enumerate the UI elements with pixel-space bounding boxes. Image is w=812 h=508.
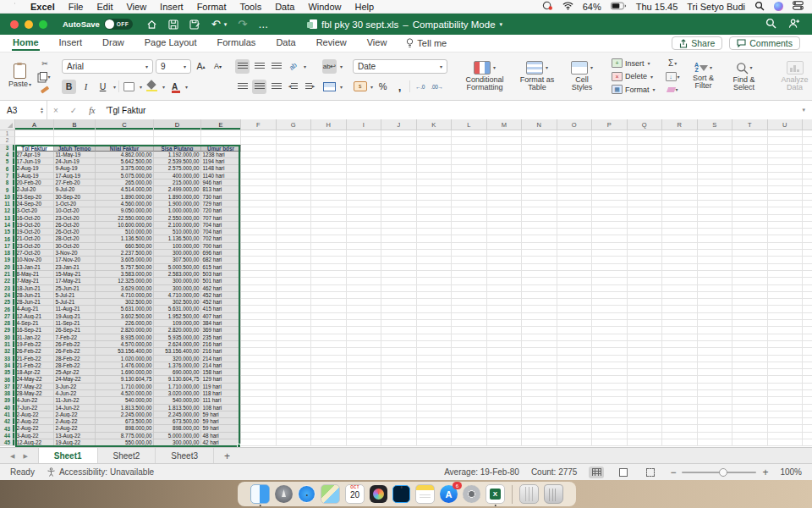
number-format-select[interactable]: Date▾ <box>353 59 447 74</box>
cell-G2[interactable] <box>277 137 312 144</box>
cell-V33[interactable] <box>803 356 812 362</box>
cell-T33[interactable] <box>732 356 768 362</box>
row-header-17[interactable]: 17 <box>0 243 15 250</box>
cell-J17[interactable] <box>381 243 417 250</box>
tab-draw[interactable]: Draw <box>102 36 125 51</box>
cell-I35[interactable] <box>347 369 382 376</box>
cell-Q30[interactable] <box>628 334 663 341</box>
cell-G13[interactable] <box>277 215 312 222</box>
cell-A14[interactable]: 19-Oct-20 <box>15 222 54 229</box>
cell-F12[interactable] <box>241 207 277 214</box>
cell-N38[interactable] <box>522 390 557 397</box>
cell-F11[interactable] <box>241 201 277 207</box>
cell-O26[interactable] <box>557 306 593 312</box>
cell-M24[interactable] <box>487 292 523 299</box>
cell-A2[interactable] <box>15 137 54 144</box>
cell-B24[interactable]: 5-Jul-21 <box>54 292 96 299</box>
cell-N5[interactable] <box>522 158 557 165</box>
tab-home[interactable]: Home <box>12 36 40 51</box>
font-color-dropdown-icon[interactable]: ▾ <box>185 84 188 90</box>
cell-C10[interactable]: 1.890.000,00 <box>96 194 154 201</box>
cell-U1[interactable] <box>768 130 804 137</box>
cell-E41[interactable]: 59 hari <box>201 411 241 418</box>
accounting-format-button[interactable]: $ <box>353 80 367 94</box>
row-header-7[interactable]: 7 <box>0 173 15 179</box>
cell-O41[interactable] <box>557 411 593 418</box>
cell-D18[interactable]: 300.000,00 <box>154 250 201 257</box>
cell-T44[interactable] <box>732 433 768 439</box>
cell-L16[interactable] <box>452 235 487 242</box>
orientation-dropdown-icon[interactable]: ▾ <box>304 64 306 69</box>
cell-E33[interactable]: 214 hari <box>201 356 241 362</box>
cell-Q31[interactable] <box>628 341 663 348</box>
cell-A5[interactable]: 17-Jun-19 <box>15 158 54 165</box>
cell-I41[interactable] <box>347 411 382 418</box>
sheet-tab-sheet3[interactable]: Sheet3 <box>156 448 214 464</box>
zoom-out-button[interactable]: − <box>670 467 676 478</box>
cell-C2[interactable] <box>96 137 154 144</box>
cell-K28[interactable] <box>417 320 453 327</box>
cell-B43[interactable]: 2-Aug-22 <box>54 425 96 432</box>
cell-P24[interactable] <box>592 292 628 299</box>
cell-M21[interactable] <box>487 271 523 278</box>
cell-M12[interactable] <box>487 207 523 214</box>
column-header-I[interactable]: I <box>347 119 382 130</box>
cell-U6[interactable] <box>768 165 804 172</box>
cell-D30[interactable]: 5.935.000,00 <box>154 334 201 341</box>
cell-G11[interactable] <box>277 201 312 207</box>
cell-I18[interactable] <box>347 250 382 257</box>
autosum-button[interactable]: Σ▾ <box>666 57 680 69</box>
cell-L12[interactable] <box>452 207 487 214</box>
cell-S45[interactable] <box>698 439 733 446</box>
cell-N42[interactable] <box>522 418 557 425</box>
cell-F30[interactable] <box>241 334 277 341</box>
column-header-U[interactable]: U <box>768 119 804 130</box>
cell-D10[interactable]: 1.890.000,00 <box>154 194 201 201</box>
column-header-M[interactable]: M <box>487 119 523 130</box>
cell-P45[interactable] <box>592 439 628 446</box>
cell-T13[interactable] <box>732 215 768 222</box>
cell-U39[interactable] <box>768 397 804 404</box>
cell-T4[interactable] <box>732 152 768 158</box>
cell-O40[interactable] <box>557 405 593 411</box>
cell-L42[interactable] <box>452 418 487 425</box>
dock-item-system-preferences[interactable] <box>463 485 480 503</box>
cell-V8[interactable] <box>803 179 812 186</box>
cell-T45[interactable] <box>732 439 768 446</box>
cell-F26[interactable] <box>241 306 277 312</box>
cell-J42[interactable] <box>381 418 417 425</box>
cell-R45[interactable] <box>662 439 698 446</box>
cell-V24[interactable] <box>803 292 812 299</box>
cell-I11[interactable] <box>347 201 382 207</box>
cell-O1[interactable] <box>557 130 593 137</box>
column-header-B[interactable]: B <box>54 119 96 130</box>
cell-L40[interactable] <box>452 405 487 411</box>
cell-B21[interactable]: 15-May-21 <box>54 271 96 278</box>
cell-J10[interactable] <box>381 194 417 201</box>
cell-O39[interactable] <box>557 397 593 404</box>
cell-B1[interactable] <box>54 130 96 137</box>
wifi-icon[interactable] <box>562 1 573 12</box>
cell-I39[interactable] <box>347 397 382 404</box>
cell-G35[interactable] <box>277 369 312 376</box>
cell-B20[interactable]: 23-Jan-21 <box>54 264 96 271</box>
cell-M4[interactable] <box>487 152 523 158</box>
cell-E9[interactable]: 813 hari <box>201 186 241 193</box>
cell-A3[interactable]: Tgl Faktur <box>15 145 54 152</box>
autosave-toggle[interactable]: AutoSave OFF <box>63 19 133 30</box>
row-header-39[interactable]: 39 <box>0 397 15 404</box>
cell-A18[interactable]: 27-Oct-20 <box>15 250 54 257</box>
cell-H16[interactable] <box>311 235 347 242</box>
cell-U16[interactable] <box>768 235 804 242</box>
cell-A38[interactable]: 28-May-22 <box>15 390 54 397</box>
row-header-36[interactable]: 36 <box>0 376 15 383</box>
cell-T32[interactable] <box>732 348 768 355</box>
cell-G31[interactable] <box>277 341 312 348</box>
cell-B8[interactable]: 27-Feb-20 <box>54 179 96 186</box>
cell-S21[interactable] <box>698 271 733 278</box>
cell-M1[interactable] <box>487 130 523 137</box>
cell-N31[interactable] <box>522 341 557 348</box>
cell-N23[interactable] <box>522 285 557 292</box>
cell-A42[interactable]: 2-Aug-22 <box>15 418 54 425</box>
column-header-G[interactable]: G <box>277 119 312 130</box>
